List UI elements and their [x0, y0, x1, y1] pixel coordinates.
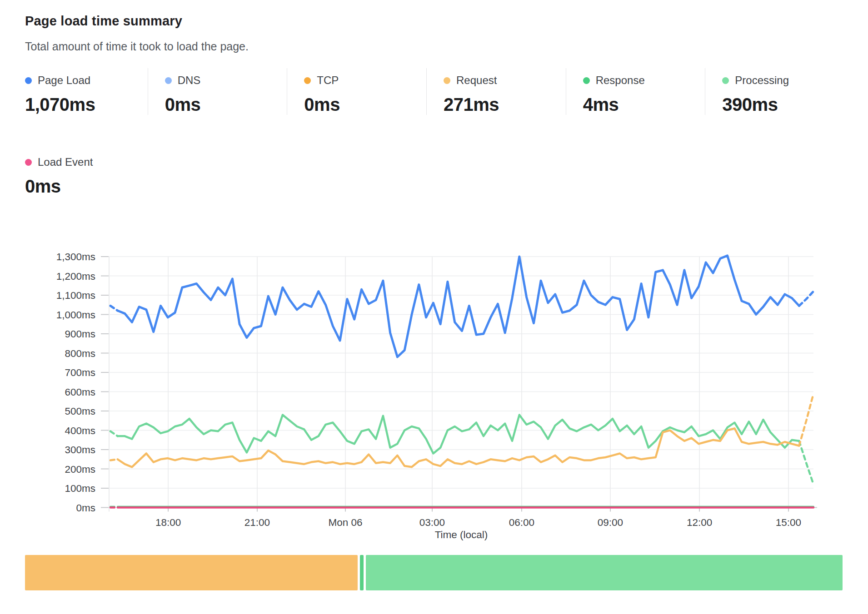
metric-response[interactable]: Response 4ms — [566, 68, 705, 115]
page-load-dot-icon — [25, 77, 32, 84]
metric-value: 4ms — [583, 94, 705, 115]
metric-label: Response — [596, 74, 645, 87]
y-tick-label: 300ms — [65, 444, 95, 456]
metric-label: DNS — [178, 74, 201, 87]
y-tick-label: 1,200ms — [56, 271, 95, 282]
short-period — [360, 555, 364, 590]
page-load-time-chart: 0ms100ms200ms300ms400ms500ms600ms700ms80… — [0, 200, 868, 545]
metrics-summary-row: Page Load 1,070ms DNS 0ms TCP 0ms Reques… — [25, 68, 844, 115]
y-tick-label: 600ms — [65, 386, 95, 398]
x-axis-title: Time (local) — [435, 529, 488, 540]
x-tick-label: 15:00 — [776, 517, 801, 528]
metric-label: TCP — [317, 74, 339, 87]
metric-processing[interactable]: Processing 390ms — [705, 68, 844, 115]
metric-load-event[interactable]: Load Event 0ms — [25, 150, 93, 197]
x-tick-label: 21:00 — [244, 517, 270, 528]
x-tick-label: 06:00 — [509, 517, 534, 528]
tcp-dot-icon — [304, 77, 311, 84]
load-event-dot-icon — [25, 159, 32, 166]
y-tick-label: 1,000ms — [56, 309, 95, 321]
degraded-period — [25, 555, 358, 590]
status-timeline-bar — [25, 555, 844, 590]
dns-dot-icon — [165, 77, 172, 84]
passing-period — [366, 555, 843, 590]
plot-area[interactable] — [109, 257, 813, 508]
y-tick-label: 400ms — [65, 425, 95, 436]
request-dot-icon — [444, 77, 450, 84]
y-tick-label: 100ms — [65, 483, 95, 494]
metric-label: Page Load — [38, 74, 90, 87]
page-title: Page load time summary — [25, 14, 182, 29]
metric-value: 390ms — [722, 94, 844, 115]
metric-label: Processing — [735, 74, 789, 87]
y-tick-label: 700ms — [65, 367, 95, 378]
y-tick-label: 900ms — [65, 328, 95, 340]
y-tick-label: 0ms — [76, 502, 95, 514]
metric-label: Request — [456, 74, 497, 87]
x-tick-label: Mon 06 — [328, 517, 362, 528]
metric-value: 1,070ms — [25, 94, 148, 115]
y-tick-label: 1,100ms — [56, 290, 95, 301]
y-tick-label: 1,300ms — [56, 251, 95, 262]
x-tick-label: 03:00 — [419, 517, 445, 528]
response-dot-icon — [583, 77, 590, 84]
x-tick-label: 12:00 — [687, 517, 712, 528]
metric-value: 0ms — [25, 176, 93, 197]
metric-value: 0ms — [304, 94, 426, 115]
y-tick-label: 800ms — [65, 348, 95, 359]
x-tick-label: 09:00 — [598, 517, 623, 528]
y-tick-label: 200ms — [65, 464, 95, 475]
page-subtitle: Total amount of time it took to load the… — [25, 40, 249, 53]
chart-canvas: 0ms100ms200ms300ms400ms500ms600ms700ms80… — [0, 200, 868, 545]
metric-value: 0ms — [165, 94, 287, 115]
metric-label: Load Event — [38, 156, 93, 168]
metric-tcp[interactable]: TCP 0ms — [287, 68, 426, 115]
y-tick-label: 500ms — [65, 406, 95, 417]
metric-value: 271ms — [444, 94, 566, 115]
metric-page-load[interactable]: Page Load 1,070ms — [25, 68, 148, 115]
metric-request[interactable]: Request 271ms — [426, 68, 566, 115]
processing-dot-icon — [722, 77, 729, 84]
metric-dns[interactable]: DNS 0ms — [148, 68, 287, 115]
x-tick-label: 18:00 — [155, 517, 181, 528]
